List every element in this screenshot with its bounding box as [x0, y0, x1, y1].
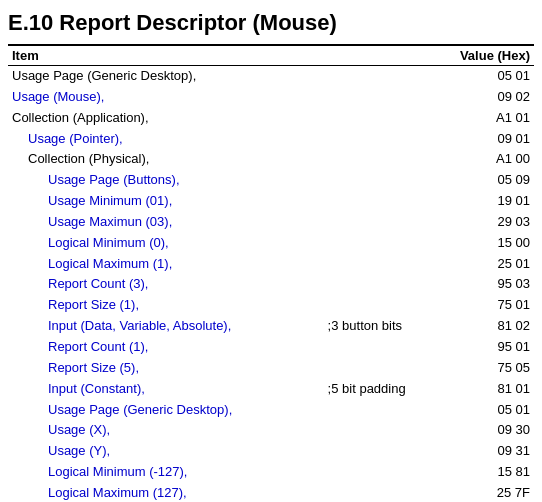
item-cell: Logical Maximum (127), [8, 483, 324, 502]
item-cell: Usage Page (Generic Desktop), [8, 66, 324, 87]
item-cell: Usage Minimum (01), [8, 191, 324, 212]
comment-cell [324, 212, 429, 233]
value-cell: A1 00 [429, 149, 534, 170]
value-cell: 05 09 [429, 170, 534, 191]
item-cell: Collection (Physical), [8, 149, 324, 170]
comment-cell [324, 462, 429, 483]
table-row: Usage (Y),09 31 [8, 441, 534, 462]
value-cell: 29 03 [429, 212, 534, 233]
value-cell: 25 01 [429, 254, 534, 275]
value-cell: 09 02 [429, 87, 534, 108]
value-cell: 75 01 [429, 295, 534, 316]
comment-cell: ;5 bit padding [324, 379, 429, 400]
item-cell: Usage (Y), [8, 441, 324, 462]
comment-cell [324, 441, 429, 462]
value-cell: 09 31 [429, 441, 534, 462]
comment-cell: ;3 button bits [324, 316, 429, 337]
item-cell: Usage Maximun (03), [8, 212, 324, 233]
item-cell: Input (Data, Variable, Absolute), [8, 316, 324, 337]
table-row: Usage (Pointer),09 01 [8, 129, 534, 150]
item-cell: Collection (Application), [8, 108, 324, 129]
item-cell: Logical Maximum (1), [8, 254, 324, 275]
table-row: Report Count (1),95 01 [8, 337, 534, 358]
comment-cell [324, 191, 429, 212]
item-cell: Report Size (5), [8, 358, 324, 379]
comment-cell [324, 274, 429, 295]
table-row: Usage Page (Generic Desktop),05 01 [8, 66, 534, 87]
comment-cell [324, 108, 429, 129]
table-row: Logical Minimum (0),15 00 [8, 233, 534, 254]
comment-cell [324, 400, 429, 421]
item-cell: Usage (Pointer), [8, 129, 324, 150]
value-cell: 09 01 [429, 129, 534, 150]
value-cell: 05 01 [429, 400, 534, 421]
table-row: Logical Maximum (1),25 01 [8, 254, 534, 275]
table-row: Input (Constant),;5 bit padding81 01 [8, 379, 534, 400]
value-cell: A1 01 [429, 108, 534, 129]
comment-column-header [324, 45, 429, 66]
table-header-row: Item Value (Hex) [8, 45, 534, 66]
table-row: Usage Maximun (03),29 03 [8, 212, 534, 233]
descriptor-table: Item Value (Hex) Usage Page (Generic Des… [8, 44, 534, 502]
value-cell: 15 00 [429, 233, 534, 254]
table-row: Collection (Physical),A1 00 [8, 149, 534, 170]
value-cell: 75 05 [429, 358, 534, 379]
comment-cell [324, 483, 429, 502]
comment-cell [324, 129, 429, 150]
comment-cell [324, 233, 429, 254]
value-cell: 95 03 [429, 274, 534, 295]
item-cell: Usage (Mouse), [8, 87, 324, 108]
value-cell: 95 01 [429, 337, 534, 358]
item-cell: Usage (X), [8, 420, 324, 441]
table-body: Usage Page (Generic Desktop),05 01Usage … [8, 66, 534, 503]
page-title: E.10 Report Descriptor (Mouse) [8, 10, 534, 36]
value-cell: 05 01 [429, 66, 534, 87]
item-cell: Usage Page (Buttons), [8, 170, 324, 191]
item-cell: Usage Page (Generic Desktop), [8, 400, 324, 421]
comment-cell [324, 420, 429, 441]
item-cell: Report Count (3), [8, 274, 324, 295]
table-row: Report Size (1),75 01 [8, 295, 534, 316]
value-cell: 19 01 [429, 191, 534, 212]
item-cell: Logical Minimum (0), [8, 233, 324, 254]
comment-cell [324, 358, 429, 379]
value-cell: 81 01 [429, 379, 534, 400]
comment-cell [324, 66, 429, 87]
comment-cell [324, 254, 429, 275]
table-row: Usage Minimum (01),19 01 [8, 191, 534, 212]
comment-cell [324, 295, 429, 316]
table-row: Report Count (3),95 03 [8, 274, 534, 295]
value-cell: 09 30 [429, 420, 534, 441]
comment-cell [324, 87, 429, 108]
value-cell: 15 81 [429, 462, 534, 483]
value-cell: 25 7F [429, 483, 534, 502]
table-row: Usage (Mouse),09 02 [8, 87, 534, 108]
comment-cell [324, 170, 429, 191]
table-row: Logical Minimum (-127),15 81 [8, 462, 534, 483]
table-row: Usage Page (Generic Desktop),05 01 [8, 400, 534, 421]
comment-cell [324, 337, 429, 358]
value-cell: 81 02 [429, 316, 534, 337]
item-cell: Input (Constant), [8, 379, 324, 400]
table-row: Usage (X),09 30 [8, 420, 534, 441]
comment-cell [324, 149, 429, 170]
table-row: Logical Maximum (127),25 7F [8, 483, 534, 502]
table-row: Report Size (5),75 05 [8, 358, 534, 379]
item-column-header: Item [8, 45, 324, 66]
item-cell: Logical Minimum (-127), [8, 462, 324, 483]
item-cell: Report Count (1), [8, 337, 324, 358]
table-row: Collection (Application),A1 01 [8, 108, 534, 129]
table-row: Input (Data, Variable, Absolute),;3 butt… [8, 316, 534, 337]
value-column-header: Value (Hex) [429, 45, 534, 66]
table-row: Usage Page (Buttons),05 09 [8, 170, 534, 191]
item-cell: Report Size (1), [8, 295, 324, 316]
